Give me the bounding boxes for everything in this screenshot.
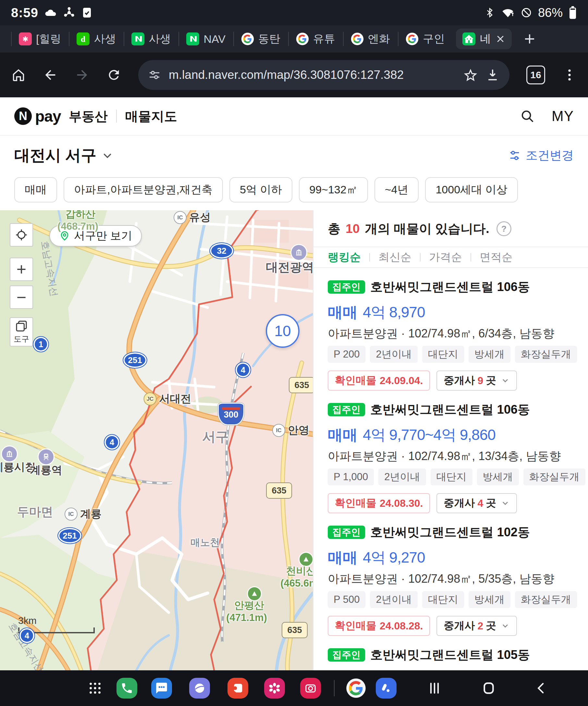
- browser-tab[interactable]: d사생: [69, 25, 124, 52]
- listing-card[interactable]: 집주인호반써밋그랜드센트럴 102동매매4억 9,270아파트분양권 · 102…: [313, 513, 588, 636]
- tab-switcher-button[interactable]: 16: [526, 66, 545, 84]
- zoom-out-button[interactable]: −: [10, 285, 33, 309]
- filter-chip[interactable]: 99~132㎡: [299, 177, 368, 202]
- agents-dropdown-button[interactable]: 중개사2곳: [436, 616, 517, 636]
- map-label-text: 천비산: [286, 564, 313, 578]
- region-selector[interactable]: 대전시 서구: [14, 145, 113, 166]
- interchange-badge: IC: [65, 507, 78, 520]
- samsung-internet-app-icon[interactable]: [189, 678, 210, 699]
- map-label-text: 안영: [288, 423, 309, 438]
- sort-tab[interactable]: 면적순: [480, 250, 513, 265]
- back-nav-button[interactable]: [535, 681, 548, 695]
- new-tab-button[interactable]: [521, 30, 538, 48]
- google-app-icon[interactable]: [346, 678, 366, 698]
- home-nav-button[interactable]: [481, 681, 496, 696]
- my-menu[interactable]: MY: [552, 108, 574, 124]
- agent-suffix: 곳: [486, 496, 496, 510]
- tab-title: 유튜: [313, 32, 335, 46]
- browser-tab[interactable]: 동탄: [233, 25, 288, 52]
- layers-icon: [15, 320, 28, 332]
- route-shield: 4: [19, 627, 35, 644]
- confirmed-listing-button[interactable]: 확인매물24.08.30.: [328, 493, 430, 513]
- sort-tab[interactable]: 가격순: [429, 250, 462, 265]
- home-button[interactable]: [11, 68, 26, 82]
- site-settings-tune-icon[interactable]: [148, 69, 161, 81]
- listing-title: 호반써밋그랜드센트럴 106동: [370, 279, 530, 295]
- realestate-section-label: 부동산: [69, 107, 108, 125]
- listing-tag: 화장실두개: [515, 591, 577, 608]
- filter-chip[interactable]: 매매: [14, 177, 57, 202]
- phone-app-icon[interactable]: [117, 678, 137, 699]
- battery-icon: [569, 6, 577, 19]
- url-text: m.land.naver.com/map/36.3081076:127.382: [169, 68, 456, 82]
- listing-tags: P 1,0002년이내대단지방세개화장실두개: [328, 469, 574, 485]
- download-icon[interactable]: [485, 68, 500, 82]
- browser-tab[interactable]: 구인: [398, 25, 453, 52]
- map-tools-button[interactable]: 도구: [10, 317, 33, 347]
- map-label: JC서대전: [144, 392, 191, 406]
- tab-title: NAV: [203, 33, 225, 45]
- route-shield: 1: [33, 336, 49, 352]
- forward-button[interactable]: [75, 68, 89, 82]
- browser-tab[interactable]: ✱[힐링: [11, 25, 69, 52]
- confirmed-listing-button[interactable]: 확인매물24.08.28.: [328, 616, 430, 636]
- confirmed-listing-button[interactable]: 확인매물24.09.04.: [328, 370, 430, 391]
- help-icon[interactable]: ?: [497, 221, 511, 236]
- back-button[interactable]: [43, 68, 58, 82]
- map-label: IC유성: [173, 210, 210, 225]
- map-label: 안평산: [234, 599, 265, 612]
- agent-count: 4: [477, 497, 483, 509]
- url-field[interactable]: m.land.naver.com/map/36.3081076:127.382: [138, 60, 509, 90]
- listing-tags: P 2002년이내대단지방세개화장실두개: [328, 346, 574, 363]
- map-label-text: (471.1m): [226, 612, 267, 624]
- browser-tab[interactable]: 엔화: [343, 25, 398, 52]
- flower-app-icon[interactable]: [264, 678, 285, 699]
- reload-button[interactable]: [107, 68, 121, 82]
- tab-title: 사생: [94, 32, 116, 46]
- agents-dropdown-button[interactable]: 중개사4곳: [436, 493, 517, 513]
- browser-menu-icon[interactable]: [562, 68, 577, 82]
- map-canvas[interactable]: 10 + − 도구 서구만 보기 3km 갑하산(468.7m)IC유성대전광역…: [0, 210, 313, 670]
- browser-tab[interactable]: 사생: [124, 25, 179, 52]
- app-drawer-icon[interactable]: [88, 681, 103, 696]
- blue-pen-app-icon[interactable]: [376, 678, 397, 699]
- filter-chip[interactable]: 1000세대 이상: [425, 177, 518, 202]
- listing-list: 집주인호반써밋그랜드센트럴 106동매매4억 8,970아파트분양권 · 102…: [313, 268, 588, 670]
- listing-card[interactable]: 집주인호반써밋그랜드센트럴 106동매매4억 9,770~4억 9,860아파트…: [313, 391, 588, 513]
- current-location-button[interactable]: [10, 223, 33, 246]
- filter-chip[interactable]: 5억 이하: [229, 177, 292, 202]
- agents-dropdown-button[interactable]: 중개사9곳: [436, 370, 517, 391]
- active-tab-title: 네: [480, 32, 491, 46]
- sort-tab[interactable]: 랭킹순: [328, 250, 361, 265]
- camera-app-icon[interactable]: [300, 678, 321, 699]
- listing-title: 호반써밋그랜드센트럴 105동: [370, 646, 530, 663]
- browser-tab[interactable]: NAV: [179, 25, 233, 52]
- map-label-text: 대전광역시: [266, 259, 313, 275]
- confirm-label: 확인매물: [335, 496, 377, 510]
- browser-tab[interactable]: 유튜: [288, 25, 343, 52]
- change-conditions-button[interactable]: 조건변경: [508, 147, 574, 163]
- messages-app-icon[interactable]: [151, 678, 172, 699]
- recents-nav-button[interactable]: [427, 681, 442, 695]
- sort-tab[interactable]: 최신순: [378, 250, 411, 265]
- sort-separator: [471, 253, 471, 262]
- svg-text:✱: ✱: [23, 35, 28, 43]
- listing-card[interactable]: 집주인호반써밋그랜드센트럴 106동매매4억 8,970아파트분양권 · 102…: [313, 268, 588, 391]
- zoom-in-button[interactable]: +: [10, 258, 33, 281]
- listing-card[interactable]: 집주인호반써밋그랜드센트럴 105동매매4억 9,770: [313, 636, 588, 670]
- search-icon[interactable]: [520, 109, 535, 124]
- map-label-text: 매노천: [191, 536, 220, 549]
- close-tab-icon[interactable]: [496, 34, 505, 44]
- active-tab[interactable]: 네: [456, 29, 512, 49]
- filter-chip[interactable]: ~4년: [375, 177, 419, 202]
- bookmark-star-icon[interactable]: [463, 68, 478, 82]
- filter-chip[interactable]: 아파트,아파트분양권,재건축: [64, 177, 223, 202]
- naver-land-favicon: [462, 33, 475, 45]
- listing-cluster-marker[interactable]: 10: [266, 314, 300, 348]
- region-row: 대전시 서구 조건변경: [0, 135, 588, 175]
- agent-suffix: 곳: [486, 619, 496, 633]
- tistory-app-icon[interactable]: [228, 678, 248, 699]
- route-shield: 251: [123, 352, 147, 368]
- map-label: IC안영: [272, 423, 309, 438]
- npay-logo[interactable]: N pay 부동산: [14, 107, 108, 125]
